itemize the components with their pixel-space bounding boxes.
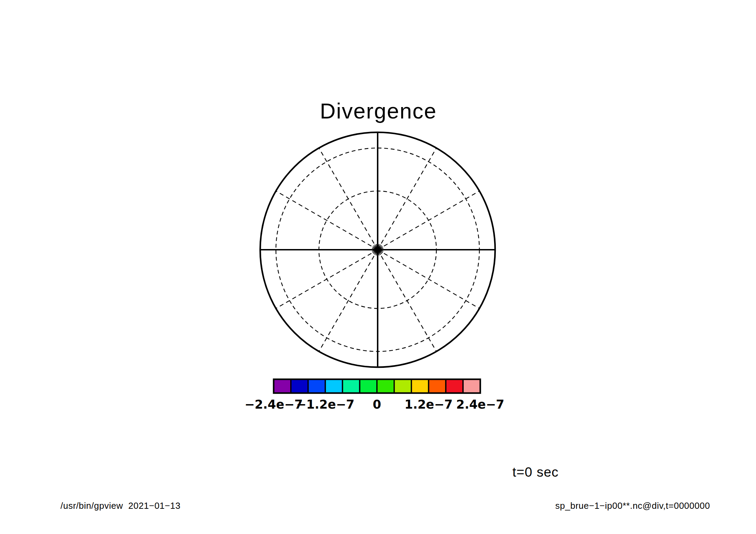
polar-plot-svg: −2.4e−7−1.2e−701.2e−72.4e−7 (0, 0, 756, 534)
meridian-ray (276, 191, 378, 250)
colorbar-cell (463, 379, 480, 393)
page: Divergence −2.4e−7−1.2e−701.2e−72.4e−7 t… (0, 0, 756, 534)
colorbar-tick-label: 0 (373, 398, 381, 411)
meridian-ray (319, 250, 378, 351)
colorbar-cell (342, 379, 360, 393)
colorbar-cell (446, 379, 463, 393)
meridian-ray (378, 191, 479, 250)
colorbar-cell (377, 379, 394, 393)
meridian-ray (378, 250, 479, 308)
meridian-ray (378, 148, 436, 250)
colorbar-cell (308, 379, 325, 393)
colorbar-tick-label: 2.4e−7 (456, 398, 504, 411)
colorbar-cell (412, 379, 429, 393)
footer-filename: sp_brue−1−ip00**.nc@div,t=0000000 (555, 500, 710, 511)
meridian-ray (276, 250, 378, 308)
colorbar-cell (325, 379, 343, 393)
meridian-ray (319, 148, 378, 250)
meridian-ray (378, 250, 436, 351)
colorbar-cell (429, 379, 446, 393)
colorbar-cell (360, 379, 377, 393)
colorbar-tick-label: −2.4e−7 (245, 398, 303, 411)
colorbar-cell (291, 379, 308, 393)
footer-command-date: /usr/bin/gpview 2021−01−13 (60, 500, 180, 511)
colorbar-tick-label: 1.2e−7 (405, 398, 453, 411)
time-annotation: t=0 sec (512, 465, 559, 480)
colorbar-cell (274, 379, 291, 393)
colorbar-tick-label: −1.2e−7 (296, 398, 355, 411)
colorbar-cell (394, 379, 412, 393)
